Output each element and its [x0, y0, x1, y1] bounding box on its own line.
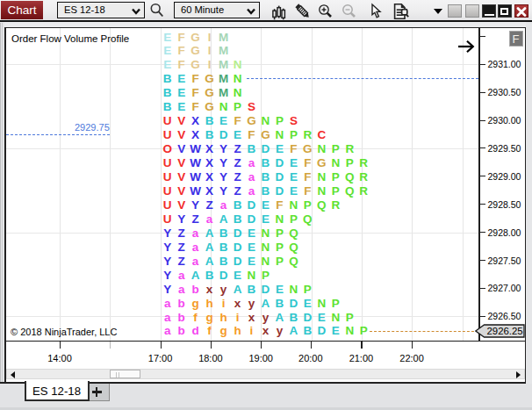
svg-text:2926.25: 2926.25: [487, 326, 523, 336]
